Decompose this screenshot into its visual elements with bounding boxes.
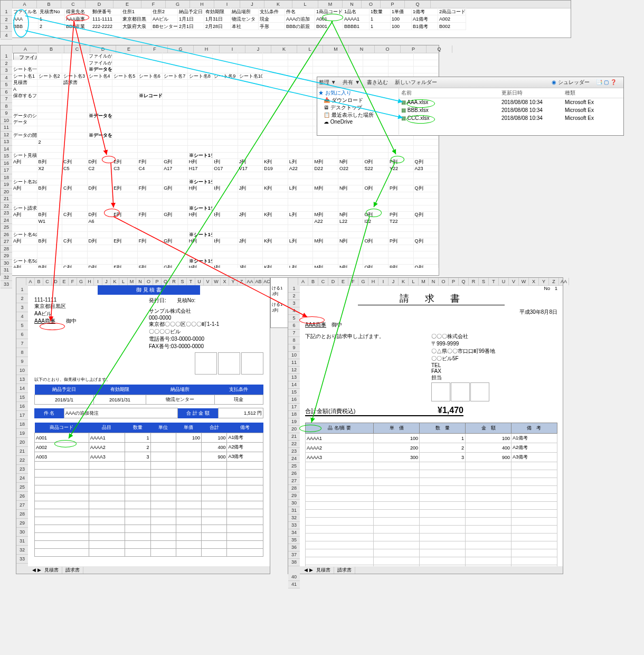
inv-no-lbl: No — [544, 286, 550, 291]
quote-body[interactable]: 御 見 積 書 111-1111 東京都目黒区 AAビル AAA商事 御中 発行… — [28, 285, 270, 566]
fb-menu-share[interactable]: 共有 ▼ — [343, 79, 360, 85]
fb-toolbar: 整理 ▼ 共有 ▼ 書き込む 新しいフォルダー ◉ シュレッダー 📑 ▢ ❓ — [317, 77, 623, 88]
quote-co-addr: 東京都〇〇〇区〇〇〇町1-1-1 — [149, 321, 263, 328]
row-headers: 1234567891011121314151617181920212223242… — [288, 285, 300, 588]
quote-issue-lbl: 発行日: — [149, 297, 166, 303]
stamp-box — [241, 352, 263, 375]
inv-total: ¥1,470 — [438, 406, 463, 415]
quote-zip: 111-1111 — [34, 297, 149, 303]
quote-title: 御 見 積 書 — [98, 285, 200, 295]
sheet-tabs: ◀ ▶ 見積書請求書 — [16, 566, 270, 574]
stamp-box — [470, 382, 489, 401]
fb-shredder[interactable]: シュレッダー — [558, 79, 590, 85]
file-browser: 整理 ▼ 共有 ▼ 書き込む 新しいフォルダー ◉ シュレッダー 📑 ▢ ❓ ★… — [317, 77, 624, 136]
fb-downloads[interactable]: ダウンロード — [332, 97, 363, 103]
invoice-title: 請 求 書 — [358, 292, 505, 305]
quote-total: 1,512 — [244, 410, 256, 416]
fb-col-date[interactable]: 更新日時 — [501, 89, 565, 97]
quote-sheet: ABCDEFGHIJKLMNOPQRSTUVWXYZAAABAC 1234567… — [16, 277, 270, 574]
quote-v-delivery: 2018/1/1 — [35, 395, 94, 405]
file-row[interactable]: ▦ BBB.xlsx2018/08/08 10:34Microsoft Ex — [399, 106, 623, 114]
top-data-sheet: ABCDEFGHIJKLMNOPQ 1234 ファイル名見積書No得意先名郵便番… — [0, 0, 571, 38]
col-headers: ABCDEFGHIJKLMNOPQ — [1, 1, 571, 8]
fb-desktop[interactable]: デスクトップ — [330, 105, 362, 110]
invoice-sheet: ABCDEFGHIJKLMNOPQRSTUVWXYZAA 12345678910… — [288, 277, 563, 574]
inv-total-lbl: 合計金額(消費税込) — [305, 407, 355, 415]
fb-favorites[interactable]: お気に入り — [325, 90, 352, 96]
file-row[interactable]: ▦ CCC.xlsx2018/08/08 10:34Microsoft Ex — [399, 114, 623, 122]
create-file-button[interactable]: ファイル作成 — [13, 53, 37, 60]
sheet-tabs: ◀ ▶ 見積書請求書 — [288, 566, 563, 574]
quote-v-valid: 2018/1/31 — [94, 395, 146, 405]
quote-h-pay: 支払条件 — [214, 385, 263, 395]
quote-h-valid: 有効期限 — [94, 385, 146, 395]
stamp-box — [195, 352, 217, 375]
inv-onchu: 御中 — [332, 322, 342, 328]
inv-date: 平成30年8月8日 — [305, 308, 557, 316]
row-headers: 1234567891013141516171819202122232425262… — [16, 285, 28, 573]
fb-menu-organize[interactable]: 整理 ▼ — [319, 79, 336, 85]
cells[interactable]: ファイル名見積書No得意先名郵便番号住所1住所2納品予定日有効期限納品場所支払条… — [12, 8, 571, 30]
inv-tanto: 担当 — [431, 374, 557, 381]
quote-co-zip: 000-0000 — [149, 315, 263, 321]
quote-total-lbl: 合 計 金 額 — [178, 408, 219, 418]
quote-subject-lbl: 件 名 — [34, 408, 64, 418]
quote-onchu: 御中 — [66, 318, 77, 324]
stamp-box — [451, 382, 470, 401]
invoice-body[interactable]: No 1 請 求 書 平成30年8月8日 AAA商事 御中 下記のとおり請求申し… — [300, 285, 563, 566]
quote-v-place: 物流センター — [146, 395, 215, 405]
quote-addr: 東京都目黒区 — [34, 303, 149, 310]
inv-addr: 〇△県〇〇市口口町99番地 — [431, 348, 557, 355]
quote-note: 以下のとおり、御見積り申し上げます。 — [34, 377, 263, 382]
quote-no-lbl: 見積No: — [177, 297, 196, 303]
inv-no: 1 — [555, 286, 557, 291]
quote-yen: 円 — [257, 410, 262, 416]
fb-sidebar: ★ お気に入り 📥 ダウンロード 🖥 デスクトップ 📋 最近表示した場所 ☁ O… — [317, 88, 399, 135]
stub-row: ける1 — [272, 302, 289, 307]
row-headers: 1234 — [1, 8, 12, 40]
stamp-box — [218, 352, 240, 375]
quote-v-pay: 現金 — [214, 395, 263, 405]
fb-filelist: 名前 更新日時 種類 ▦ AAA.xlsx2018/08/08 10:34Mic… — [399, 88, 623, 135]
quote-bldg: AAビル — [34, 310, 149, 317]
fb-col-type[interactable]: 種類 — [565, 89, 575, 97]
quote-fax: FAX番号:03-0000-0000 — [149, 343, 263, 350]
quote-h-place: 納品場所 — [146, 385, 215, 395]
row-headers: 1234567891011121314151617181920212223242… — [1, 53, 12, 288]
inv-customer: AAA商事 — [305, 322, 326, 328]
fb-recent[interactable]: 最近表示した場所 — [332, 112, 374, 118]
quote-co-bldg: 〇〇〇〇ビル — [149, 328, 263, 335]
quote-h-delivery: 納品予定日 — [35, 385, 94, 395]
fb-menu-newfolder[interactable]: 新しいフォルダー — [395, 79, 437, 85]
stamp-box — [431, 382, 450, 401]
quote-tel: 電話番号:03-0000-0000 — [149, 335, 263, 343]
fb-menu-burn[interactable]: 書き込む — [367, 79, 388, 85]
inv-company: 〇〇〇株式会社 — [431, 333, 557, 340]
tab-invoice[interactable]: 請求書 — [334, 567, 355, 574]
inv-bldg: 〇〇ビル5F — [431, 355, 557, 362]
quote-subject: AAAの追加発注 — [64, 408, 178, 418]
inv-tel: TEL — [431, 362, 557, 368]
col-headers: ABCDEFGHIJKLMNOPQRSTUVWXYZAAABAC — [16, 278, 270, 286]
fb-onedrive[interactable]: OneDrive — [330, 119, 353, 125]
tab-quote[interactable]: 見積書 — [313, 567, 334, 574]
file-row[interactable]: ▦ AAA.xlsx2018/08/08 10:34Microsoft Ex — [399, 98, 623, 106]
col-headers: ABCDEFGHIJKLMNOPQRSTUVWXYZAA — [288, 278, 563, 286]
quote-company: サンプル株式会社 — [149, 307, 263, 315]
fb-col-name[interactable]: 名前 — [401, 89, 501, 97]
inv-fax: FAX — [431, 368, 557, 374]
inv-note: 下記のとおり請求申し上げます。 — [305, 333, 431, 340]
stub-row: ける1 — [272, 285, 289, 291]
tab-quote[interactable]: 見積書 — [41, 567, 62, 574]
col-headers: ABCDEFGHIJKLMNOPQ — [1, 45, 439, 53]
tab-invoice[interactable]: 請求書 — [62, 567, 83, 574]
inv-zip: 〒999-9999 — [431, 340, 557, 348]
quote-customer: AAA商事 — [34, 318, 55, 324]
